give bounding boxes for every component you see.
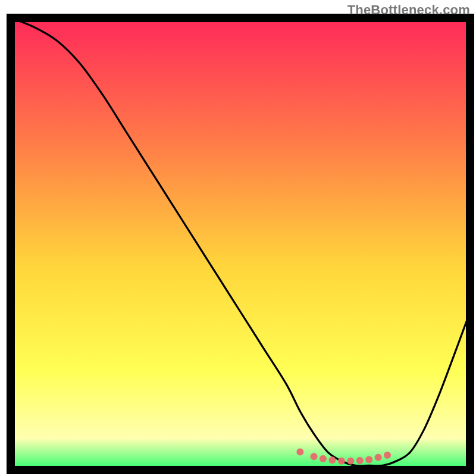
svg-point-7 bbox=[347, 458, 354, 465]
svg-point-6 bbox=[338, 458, 345, 465]
svg-point-10 bbox=[375, 454, 382, 461]
svg-point-3 bbox=[311, 453, 318, 460]
svg-rect-0 bbox=[11, 18, 470, 470]
svg-point-8 bbox=[356, 457, 364, 464]
svg-point-2 bbox=[296, 449, 303, 456]
svg-point-5 bbox=[328, 456, 336, 464]
svg-point-9 bbox=[365, 456, 372, 464]
watermark-text: TheBottleneck.com bbox=[347, 2, 470, 18]
svg-point-11 bbox=[384, 452, 391, 459]
bottleneck-chart: TheBottleneck.com bbox=[0, 0, 476, 476]
svg-point-4 bbox=[320, 455, 327, 462]
chart-svg bbox=[0, 0, 476, 476]
